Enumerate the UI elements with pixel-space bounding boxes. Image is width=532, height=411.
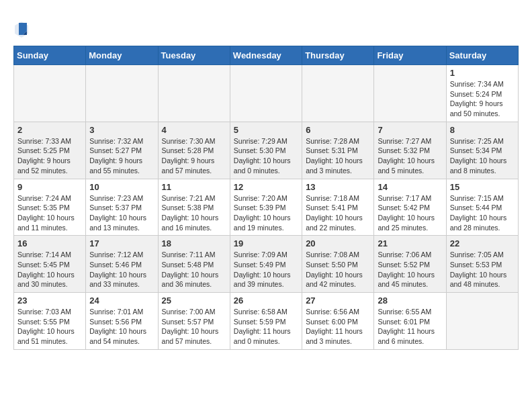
day-number: 7 <box>378 125 442 135</box>
day-number: 3 <box>89 125 154 135</box>
day-number: 14 <box>378 182 442 192</box>
column-header-wednesday: Wednesday <box>230 46 302 65</box>
calendar-cell <box>302 65 374 122</box>
day-number: 26 <box>234 295 298 306</box>
day-info: Sunrise: 7:25 AM Sunset: 5:34 PM Dayligh… <box>450 136 515 176</box>
day-number: 19 <box>234 238 298 248</box>
calendar-cell <box>374 65 446 122</box>
calendar-cell: 4Sunrise: 7:30 AM Sunset: 5:28 PM Daylig… <box>158 122 230 179</box>
calendar-cell: 10Sunrise: 7:23 AM Sunset: 5:37 PM Dayli… <box>86 179 158 236</box>
day-info: Sunrise: 7:20 AM Sunset: 5:39 PM Dayligh… <box>234 193 298 233</box>
calendar-cell <box>158 65 230 122</box>
day-info: Sunrise: 7:24 AM Sunset: 5:35 PM Dayligh… <box>17 193 82 233</box>
day-number: 17 <box>89 238 154 248</box>
day-info: Sunrise: 7:28 AM Sunset: 5:31 PM Dayligh… <box>306 136 370 176</box>
calendar-cell: 25Sunrise: 7:00 AM Sunset: 5:57 PM Dayli… <box>158 293 230 350</box>
day-info: Sunrise: 7:03 AM Sunset: 5:55 PM Dayligh… <box>17 307 82 347</box>
calendar-cell: 9Sunrise: 7:24 AM Sunset: 5:35 PM Daylig… <box>14 179 86 236</box>
day-number: 18 <box>162 238 226 248</box>
day-number: 16 <box>17 238 82 248</box>
calendar-cell: 19Sunrise: 7:09 AM Sunset: 5:49 PM Dayli… <box>230 236 302 293</box>
day-info: Sunrise: 7:11 AM Sunset: 5:48 PM Dayligh… <box>162 250 226 289</box>
logo <box>13 20 32 39</box>
day-info: Sunrise: 7:01 AM Sunset: 5:56 PM Dayligh… <box>89 307 154 347</box>
day-number: 8 <box>450 125 515 135</box>
calendar-cell: 11Sunrise: 7:21 AM Sunset: 5:38 PM Dayli… <box>158 179 230 236</box>
calendar-cell: 7Sunrise: 7:27 AM Sunset: 5:32 PM Daylig… <box>374 122 446 179</box>
day-info: Sunrise: 7:23 AM Sunset: 5:37 PM Dayligh… <box>89 193 154 233</box>
day-number: 5 <box>234 125 298 135</box>
day-info: Sunrise: 7:27 AM Sunset: 5:32 PM Dayligh… <box>378 136 442 176</box>
day-number: 22 <box>450 238 515 248</box>
day-info: Sunrise: 7:32 AM Sunset: 5:27 PM Dayligh… <box>89 136 154 176</box>
calendar-cell: 13Sunrise: 7:18 AM Sunset: 5:41 PM Dayli… <box>302 179 374 236</box>
day-number: 10 <box>89 182 154 192</box>
calendar-cell: 26Sunrise: 6:58 AM Sunset: 5:59 PM Dayli… <box>230 293 302 350</box>
day-number: 9 <box>17 182 82 192</box>
day-number: 12 <box>234 182 298 192</box>
day-number: 20 <box>306 238 370 248</box>
calendar-cell: 3Sunrise: 7:32 AM Sunset: 5:27 PM Daylig… <box>86 122 158 179</box>
day-info: Sunrise: 7:34 AM Sunset: 5:24 PM Dayligh… <box>450 79 515 119</box>
day-info: Sunrise: 7:08 AM Sunset: 5:50 PM Dayligh… <box>306 250 370 289</box>
column-header-saturday: Saturday <box>446 46 518 65</box>
week-row-4: 16Sunrise: 7:14 AM Sunset: 5:45 PM Dayli… <box>14 236 519 293</box>
day-number: 1 <box>450 68 515 78</box>
calendar-cell: 17Sunrise: 7:12 AM Sunset: 5:46 PM Dayli… <box>86 236 158 293</box>
week-row-5: 23Sunrise: 7:03 AM Sunset: 5:55 PM Dayli… <box>14 293 519 350</box>
week-row-1: 1Sunrise: 7:34 AM Sunset: 5:24 PM Daylig… <box>14 65 519 122</box>
calendar-cell: 6Sunrise: 7:28 AM Sunset: 5:31 PM Daylig… <box>302 122 374 179</box>
calendar-cell: 21Sunrise: 7:06 AM Sunset: 5:52 PM Dayli… <box>374 236 446 293</box>
calendar-cell <box>230 65 302 122</box>
calendar-cell: 23Sunrise: 7:03 AM Sunset: 5:55 PM Dayli… <box>14 293 86 350</box>
calendar-cell: 2Sunrise: 7:33 AM Sunset: 5:25 PM Daylig… <box>14 122 86 179</box>
week-row-2: 2Sunrise: 7:33 AM Sunset: 5:25 PM Daylig… <box>14 122 519 179</box>
day-info: Sunrise: 6:56 AM Sunset: 6:00 PM Dayligh… <box>306 307 370 347</box>
day-info: Sunrise: 7:29 AM Sunset: 5:30 PM Dayligh… <box>234 136 298 176</box>
calendar-cell <box>14 65 86 122</box>
day-number: 27 <box>306 295 370 306</box>
column-header-monday: Monday <box>86 46 158 65</box>
day-info: Sunrise: 7:21 AM Sunset: 5:38 PM Dayligh… <box>162 193 226 233</box>
day-info: Sunrise: 7:17 AM Sunset: 5:42 PM Dayligh… <box>378 193 442 233</box>
day-info: Sunrise: 7:05 AM Sunset: 5:53 PM Dayligh… <box>450 250 515 289</box>
day-info: Sunrise: 7:33 AM Sunset: 5:25 PM Dayligh… <box>17 136 82 176</box>
calendar-cell: 18Sunrise: 7:11 AM Sunset: 5:48 PM Dayli… <box>158 236 230 293</box>
calendar: SundayMondayTuesdayWednesdayThursdayFrid… <box>13 46 519 350</box>
calendar-cell: 1Sunrise: 7:34 AM Sunset: 5:24 PM Daylig… <box>446 65 518 122</box>
day-number: 25 <box>162 295 226 306</box>
day-info: Sunrise: 7:12 AM Sunset: 5:46 PM Dayligh… <box>89 250 154 289</box>
calendar-cell <box>446 293 518 350</box>
day-info: Sunrise: 7:09 AM Sunset: 5:49 PM Dayligh… <box>234 250 298 289</box>
calendar-cell <box>86 65 158 122</box>
day-number: 6 <box>306 125 370 135</box>
calendar-cell: 16Sunrise: 7:14 AM Sunset: 5:45 PM Dayli… <box>14 236 86 293</box>
day-number: 13 <box>306 182 370 192</box>
calendar-cell: 27Sunrise: 6:56 AM Sunset: 6:00 PM Dayli… <box>302 293 374 350</box>
calendar-cell: 5Sunrise: 7:29 AM Sunset: 5:30 PM Daylig… <box>230 122 302 179</box>
logo-icon <box>13 20 30 39</box>
day-info: Sunrise: 6:55 AM Sunset: 6:01 PM Dayligh… <box>378 307 442 347</box>
calendar-cell: 22Sunrise: 7:05 AM Sunset: 5:53 PM Dayli… <box>446 236 518 293</box>
calendar-cell: 15Sunrise: 7:15 AM Sunset: 5:44 PM Dayli… <box>446 179 518 236</box>
calendar-header-row: SundayMondayTuesdayWednesdayThursdayFrid… <box>14 46 519 65</box>
calendar-cell: 8Sunrise: 7:25 AM Sunset: 5:34 PM Daylig… <box>446 122 518 179</box>
day-number: 15 <box>450 182 515 192</box>
column-header-thursday: Thursday <box>302 46 374 65</box>
day-number: 24 <box>89 295 154 306</box>
day-info: Sunrise: 7:30 AM Sunset: 5:28 PM Dayligh… <box>162 136 226 176</box>
day-number: 21 <box>378 238 442 248</box>
calendar-cell: 28Sunrise: 6:55 AM Sunset: 6:01 PM Dayli… <box>374 293 446 350</box>
day-info: Sunrise: 7:14 AM Sunset: 5:45 PM Dayligh… <box>17 250 82 289</box>
calendar-cell: 20Sunrise: 7:08 AM Sunset: 5:50 PM Dayli… <box>302 236 374 293</box>
day-number: 2 <box>17 125 82 135</box>
calendar-cell: 12Sunrise: 7:20 AM Sunset: 5:39 PM Dayli… <box>230 179 302 236</box>
calendar-cell: 24Sunrise: 7:01 AM Sunset: 5:56 PM Dayli… <box>86 293 158 350</box>
day-number: 23 <box>17 295 82 306</box>
day-info: Sunrise: 7:15 AM Sunset: 5:44 PM Dayligh… <box>450 193 515 233</box>
column-header-tuesday: Tuesday <box>158 46 230 65</box>
column-header-friday: Friday <box>374 46 446 65</box>
day-info: Sunrise: 7:00 AM Sunset: 5:57 PM Dayligh… <box>162 307 226 347</box>
day-info: Sunrise: 7:18 AM Sunset: 5:41 PM Dayligh… <box>306 193 370 233</box>
day-number: 4 <box>162 125 226 135</box>
